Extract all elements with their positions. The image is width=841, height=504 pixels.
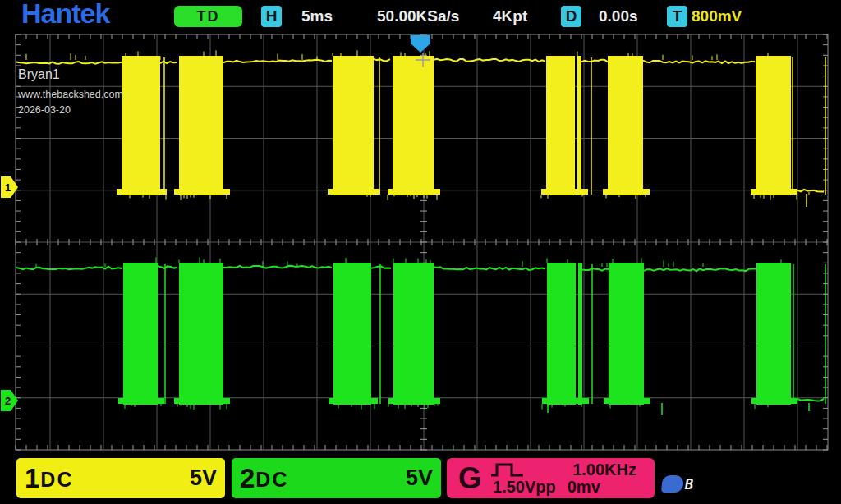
generator-badge[interactable]: G 1.00KHz 1.50Vpp 0mv bbox=[447, 458, 655, 498]
channel1-badge[interactable]: 1 DC 5V bbox=[16, 458, 225, 498]
trigger-position-marker[interactable] bbox=[411, 35, 430, 53]
channel1-number: 1 bbox=[25, 463, 39, 494]
scope-display: 12 bbox=[0, 0, 841, 504]
square-wave-icon bbox=[489, 461, 526, 478]
usb-label: B bbox=[685, 476, 693, 493]
generator-label: G bbox=[458, 461, 481, 496]
channel2-coupling: DC bbox=[255, 468, 288, 492]
generator-info: 1.00KHz 1.50Vpp 0mv bbox=[489, 461, 648, 496]
usb-status: B bbox=[662, 475, 693, 493]
generator-amplitude: 1.50Vpp bbox=[493, 479, 556, 496]
channel1-scale: 5V bbox=[190, 465, 217, 491]
bottom-status-bar: 1 DC 5V 2 DC 5V G 1.00KHz 1.50Vpp 0mv bbox=[0, 454, 841, 504]
ch2-trace bbox=[16, 257, 825, 415]
overlay-website: www.thebackshed.com bbox=[18, 89, 123, 100]
channel1-coupling: DC bbox=[40, 468, 73, 492]
generator-offset: 0mv bbox=[568, 479, 600, 496]
oscilloscope-screen: Hantek TD H 5ms 50.00KSa/s 4Kpt D 0.00s … bbox=[0, 0, 841, 504]
generator-frequency: 1.00KHz bbox=[572, 461, 636, 479]
channel2-number: 2 bbox=[240, 463, 255, 494]
channel2-scale: 5V bbox=[406, 465, 433, 491]
channel2-badge[interactable]: 2 DC 5V bbox=[232, 458, 441, 498]
svg-text:2: 2 bbox=[5, 395, 11, 407]
overlay-date: 2026-03-20 bbox=[18, 104, 123, 116]
user-overlay: Bryan1 www.thebackshed.com 2026-03-20 bbox=[18, 67, 123, 116]
usb-device-icon bbox=[661, 475, 684, 493]
overlay-username: Bryan1 bbox=[18, 67, 123, 82]
svg-text:1: 1 bbox=[5, 181, 11, 194]
ch1-trace bbox=[16, 50, 825, 207]
